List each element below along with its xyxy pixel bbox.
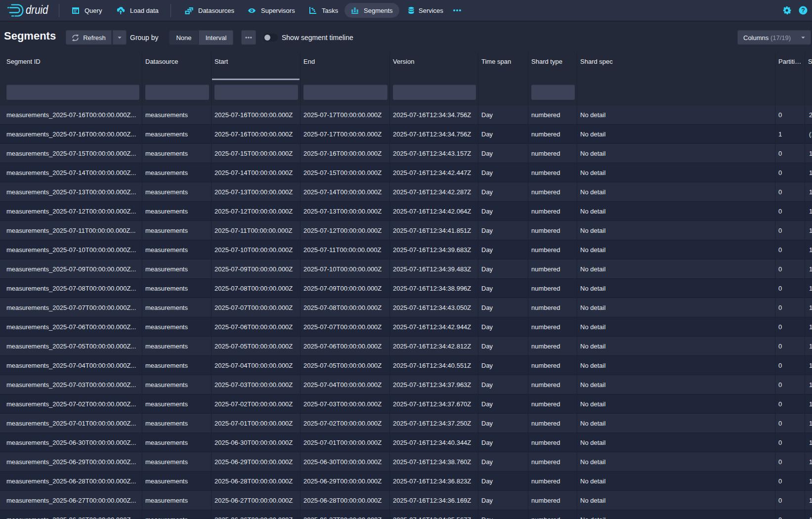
svg-text:?: ? bbox=[801, 7, 805, 14]
